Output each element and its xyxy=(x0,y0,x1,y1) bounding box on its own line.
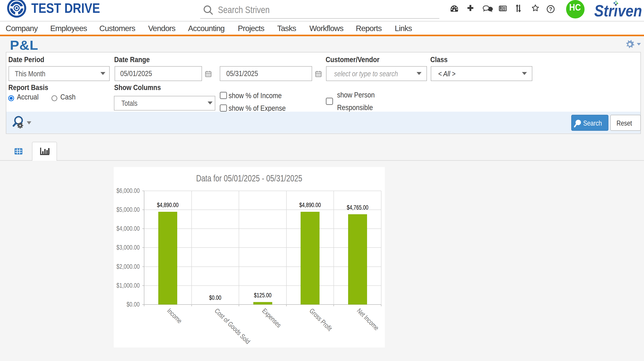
svg-text:?: ? xyxy=(549,6,552,12)
